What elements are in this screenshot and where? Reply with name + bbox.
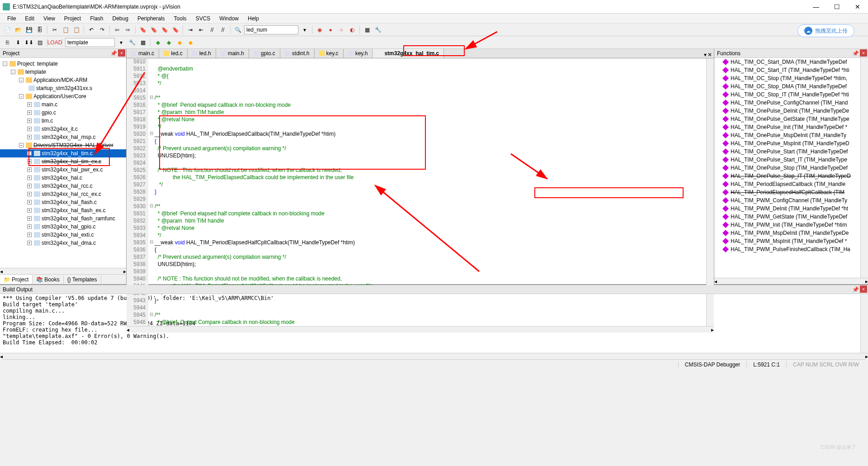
tree-item[interactable]: +stm32g4xx_hal_pwr_ex.c xyxy=(0,166,126,174)
bp3-icon[interactable]: ◐ xyxy=(348,25,357,34)
function-item[interactable]: HAL_TIM_OC_Stop (TIM_HandleTypeDef *htim… xyxy=(714,74,860,82)
tree-item[interactable]: +stm32g4xx_hal_rcc_ex.c xyxy=(0,190,126,198)
find-icon[interactable]: 🔍 xyxy=(233,25,242,34)
tab-books[interactable]: 📚 Books xyxy=(33,276,63,284)
close-icon[interactable]: × xyxy=(860,49,867,57)
function-item[interactable]: HAL_TIM_OC_Stop_DMA (TIM_HandleTypeDef xyxy=(714,82,860,90)
saveall-icon[interactable]: 🗄 xyxy=(35,25,44,34)
bookmark2-icon[interactable]: 🔖 xyxy=(149,25,158,34)
pack3-icon[interactable]: ◆ xyxy=(175,38,184,47)
minimize-button[interactable]: — xyxy=(806,0,826,14)
menu-help[interactable]: Help xyxy=(243,14,264,23)
tree-item[interactable]: +gpio.c xyxy=(0,109,126,117)
project-tree[interactable]: -Project: template-template-Application/… xyxy=(0,58,126,268)
menu-svcs[interactable]: SVCS xyxy=(191,14,215,23)
bp-icon[interactable]: ● xyxy=(326,25,335,34)
save-icon[interactable]: 💾 xyxy=(24,25,33,34)
tree-item[interactable]: +stm32g4xx_hal_flash_ramfunc xyxy=(0,214,126,223)
tree-item[interactable]: +tim.c xyxy=(0,117,126,125)
manage-icon[interactable]: ▦ xyxy=(138,38,147,47)
bookmark3-icon[interactable]: 🔖 xyxy=(160,25,169,34)
menu-window[interactable]: Window xyxy=(215,14,243,23)
tree-item[interactable]: +main.c xyxy=(0,100,126,109)
undo-icon[interactable]: ↶ xyxy=(87,25,96,34)
tab-project[interactable]: 📁 Project xyxy=(0,275,33,284)
translate-icon[interactable]: ⎘ xyxy=(3,38,12,47)
function-item[interactable]: HAL_TIM_OnePulse_ConfigChannel (TIM_Hand xyxy=(714,99,860,107)
new-icon[interactable]: 📄 xyxy=(3,25,12,34)
editor-tab[interactable]: led.h xyxy=(188,49,216,58)
config-icon[interactable]: 🔧 xyxy=(373,25,382,34)
function-item[interactable]: HAL_TIM_OC_Start_DMA (TIM_HandleTypeDef xyxy=(714,58,860,66)
build-hscroll[interactable]: ◂▸ xyxy=(0,353,868,359)
tree-item[interactable]: +stm32g4xx_hal_rcc.c xyxy=(0,182,126,190)
function-item[interactable]: HAL_TIM_OC_Stop_IT (TIM_HandleTypeDef *h… xyxy=(714,90,860,99)
close-button[interactable]: ✕ xyxy=(847,0,868,14)
menu-peripherals[interactable]: Peripherals xyxy=(133,14,170,23)
uncomment-icon[interactable]: // xyxy=(218,25,227,34)
back-icon[interactable]: ⇦ xyxy=(113,25,122,34)
functions-scrollbar[interactable] xyxy=(860,58,868,278)
tree-item[interactable]: +stm32g4xx_hal_msp.c xyxy=(0,133,126,141)
editor-tab[interactable]: gpio.c xyxy=(249,49,280,58)
load-icon[interactable]: LOAD xyxy=(50,38,59,47)
copy-icon[interactable]: 📋 xyxy=(61,25,70,34)
menu-project[interactable]: Project xyxy=(60,14,85,23)
tree-item[interactable]: +stm32g4xx_it.c xyxy=(0,125,126,133)
tree-item[interactable]: +stm32g4xx_hal_exti.c xyxy=(0,231,126,239)
fwd-icon[interactable]: ⇨ xyxy=(123,25,132,34)
upload-pill[interactable]: ☁ 拖拽至此上传 xyxy=(797,24,854,37)
debug-icon[interactable]: ◉ xyxy=(315,25,324,34)
bp2-icon[interactable]: ○ xyxy=(337,25,346,34)
outdent-icon[interactable]: ⇤ xyxy=(197,25,206,34)
tree-item[interactable]: +stm32g4xx_hal.c xyxy=(0,174,126,182)
window-icon[interactable]: ▦ xyxy=(363,25,372,34)
pin-icon[interactable]: 📌 xyxy=(852,50,859,57)
functions-hscroll[interactable]: ◂▸ xyxy=(714,278,868,284)
editor-tab[interactable]: stm32g4xx_hal_tim.c xyxy=(373,49,444,58)
editor-tab[interactable]: main.c xyxy=(127,49,159,58)
build-icon[interactable]: ⬇ xyxy=(14,38,23,47)
redo-icon[interactable]: ↷ xyxy=(98,25,107,34)
function-item[interactable]: HAL_TIM_PWM_PulseFinishedCallback (TIM_H… xyxy=(714,245,860,253)
function-item[interactable]: HAL_TIM_OnePulse_DeInit (TIM_HandleTypeD… xyxy=(714,107,860,115)
menu-flash[interactable]: Flash xyxy=(85,14,108,23)
close-icon[interactable]: × xyxy=(860,285,867,293)
bookmark-icon[interactable]: 🔖 xyxy=(138,25,147,34)
menu-edit[interactable]: Edit xyxy=(20,14,39,23)
menu-file[interactable]: File xyxy=(3,14,20,23)
batch-icon[interactable]: ▤ xyxy=(35,38,44,47)
pin-icon[interactable]: 📌 xyxy=(852,286,859,293)
function-item[interactable]: HAL_TIM_OnePulse_Stop (TIM_HandleTypeDef xyxy=(714,164,860,172)
function-item[interactable]: HAL_TIM_OC_Start_IT (TIM_HandleTypeDef *… xyxy=(714,66,860,74)
tree-item[interactable]: -Application/User/Core xyxy=(0,92,126,100)
editor-tab[interactable]: key.c xyxy=(315,49,344,58)
editor-tab[interactable]: key.h xyxy=(344,49,373,58)
function-item[interactable]: HAL_TIM_PWM_MspInit (TIM_HandleTypeDef * xyxy=(714,237,860,245)
find-next-icon[interactable]: ▾ xyxy=(300,25,309,34)
tab-templates[interactable]: {} Templates xyxy=(64,276,101,284)
opts-icon[interactable]: 🔧 xyxy=(127,38,137,47)
editor-tab[interactable]: stdint.h xyxy=(280,49,315,58)
functions-list[interactable]: HAL_TIM_OC_Start_DMA (TIM_HandleTypeDefH… xyxy=(714,58,860,278)
editor-tab[interactable]: main.h xyxy=(216,49,249,58)
target-combo[interactable]: template xyxy=(65,38,115,47)
pack-icon[interactable]: ◆ xyxy=(153,38,162,47)
tree-item[interactable]: +stm32g4xx_hal_dma.c xyxy=(0,239,126,247)
function-item[interactable]: HAL_TIM_OnePulse_Start (TIM_HandleTypeDe… xyxy=(714,147,860,156)
close-icon[interactable]: × xyxy=(118,49,125,57)
build-scrollbar[interactable] xyxy=(860,294,868,353)
project-bottom-tabs[interactable]: 📁 Project 📚 Books {} Templates xyxy=(0,274,126,284)
rebuild-icon[interactable]: ⬇⬇ xyxy=(24,38,33,47)
function-item[interactable]: HAL_TIM_PWM_Init (TIM_HandleTypeDef *hti… xyxy=(714,221,860,229)
function-item[interactable]: HAL_TIM_OnePulse_Init (TIM_HandleTypeDef… xyxy=(714,123,860,131)
tree-item[interactable]: startup_stm32g431xx.s xyxy=(0,84,126,92)
function-item[interactable]: HAL_TIM_PeriodElapsedHalfCpltCallback (T… xyxy=(714,188,860,196)
tree-item[interactable]: +stm32g4xx_hal_tim.c xyxy=(0,149,126,157)
maximize-button[interactable]: ☐ xyxy=(826,0,847,14)
function-item[interactable]: HAL_TIM_OnePulse_Start_IT (TIM_HandleTyp… xyxy=(714,156,860,164)
comment-icon[interactable]: // xyxy=(208,25,217,34)
paste-icon[interactable]: 📋 xyxy=(72,25,81,34)
pin-icon[interactable]: 📌 xyxy=(110,50,117,57)
tree-item[interactable]: +stm32g4xx_hal_flash.c xyxy=(0,198,126,206)
